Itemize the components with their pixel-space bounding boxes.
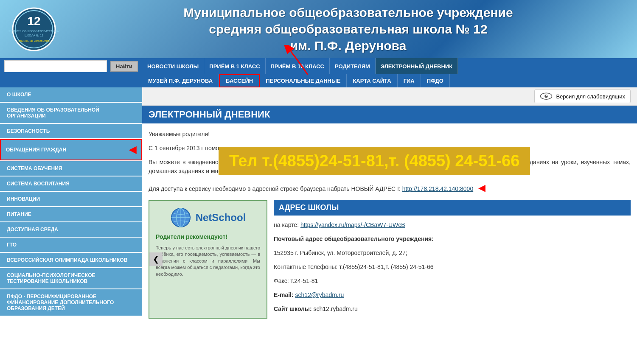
content-area: Версия для слабовидящих ЭЛЕКТРОННЫЙ ДНЕВ… (142, 87, 637, 325)
sidebar-item-psychology[interactable]: СОЦИАЛЬНО-ПСИХОЛОГИЧЕСКОЕ ТЕСТИРОВАНИЕ Ш… (0, 268, 142, 288)
sidebar-item-gto[interactable]: ГТО (0, 238, 142, 252)
site-prefix: Сайт школы: (274, 305, 314, 312)
svg-point-7 (545, 95, 548, 98)
navbar: Найти НОВОСТИ ШКОЛЫ ПРИЁМ В 1 КЛАСС ПРИЁ… (0, 58, 637, 87)
svg-text:ШКОЛА № 12: ШКОЛА № 12 (25, 34, 43, 37)
sidebar-item-olympiad[interactable]: ВСЕРОССИЙСКАЯ ОЛИМПИАДА ШКОЛЬНИКОВ (0, 253, 142, 267)
netschool-recommendation: Родители рекомендуют! (156, 232, 260, 241)
accessibility-bar: Версия для слабовидящих (142, 87, 637, 106)
nav-enrollment10[interactable]: ПРИЁМ В 10 КЛАСС (266, 58, 330, 74)
address-box-header: АДРЕС ШКОЛЫ (274, 200, 631, 216)
address-site: Сайт школы: sch12.rybadm.ru (274, 305, 631, 314)
search-input[interactable] (4, 60, 107, 72)
address-map: на карте: https://yandex.ru/maps/-/CBaW7… (274, 221, 631, 230)
content-body: Тел т.(4855)24-51-81,т. (4855) 24-51-66 … (142, 123, 637, 325)
nav-gia[interactable]: ГИА (398, 74, 421, 87)
nav-row-1: Найти НОВОСТИ ШКОЛЫ ПРИЁМ В 1 КЛАСС ПРИЁ… (0, 58, 637, 74)
title-line3: им. П.Ф. Дерунова (290, 39, 407, 53)
sidebar-item-study[interactable]: СИСТЕМА ОБУЧЕНИЯ (0, 161, 142, 176)
phone-overlay: Тел т.(4855)24-51-81,т. (4855) 24-51-66 (219, 147, 530, 175)
page-header: 12 СРЕДНЯЯ ОБЩЕОБРАЗОВАТЕЛЬНАЯ ШКОЛА № 1… (0, 0, 637, 58)
search-button[interactable]: Найти (110, 61, 138, 72)
main-layout: О ШКОЛЕ СВЕДЕНИЯ ОБ ОБРАЗОВАТЕЛЬНОЙ ОРГА… (0, 87, 637, 325)
sidebar: О ШКОЛЕ СВЕДЕНИЯ ОБ ОБРАЗОВАТЕЛЬНОЙ ОРГА… (0, 87, 142, 325)
sidebar-item-nutrition[interactable]: ПИТАНИЕ (0, 207, 142, 221)
arrow-left-icon: ◀ (129, 144, 136, 155)
nav-news[interactable]: НОВОСТИ ШКОЛЫ (142, 58, 204, 74)
nav-museum[interactable]: МУЗЕЙ П.Ф. ДЕРУНОВА (142, 74, 219, 87)
lower-section: ❮ NetSchool Родители рекомендуют! (149, 200, 631, 319)
map-link[interactable]: https://yandex.ru/maps/-/CBaW7-UWcB (300, 221, 405, 228)
sidebar-item-about[interactable]: О ШКОЛЕ (0, 87, 142, 102)
sidebar-item-innovation[interactable]: ИННОВАЦИИ (0, 192, 142, 206)
sidebar-item-accessible[interactable]: ДОСТУПНАЯ СРЕДА (0, 222, 142, 237)
netschool-area: ❮ NetSchool Родители рекомендуют! (149, 200, 267, 319)
arrow-right-icon: ◀ (478, 182, 485, 193)
access-text-prefix: Для доступа к сервису необходимо в адрес… (149, 185, 402, 192)
sidebar-complaints-label: ОБРАЩЕНИЯ ГРАЖДАН (6, 147, 66, 153)
svg-text:ДВИЖЕНИЕ И РАЗВИТИЕ: ДВИЖЕНИЕ И РАЗВИТИЕ (18, 40, 50, 42)
address-box: АДРЕС ШКОЛЫ на карте: https://yandex.ru/… (274, 200, 631, 319)
netschool-logo: NetSchool (196, 212, 246, 224)
svg-point-8 (546, 95, 547, 96)
nav-links-row1: НОВОСТИ ШКОЛЫ ПРИЁМ В 1 КЛАСС ПРИЁМ В 10… (142, 58, 637, 74)
sidebar-item-info[interactable]: СВЕДЕНИЯ ОБ ОБРАЗОВАТЕЛЬНОЙ ОРГАНИЗАЦИИ (0, 103, 142, 123)
address-email: E-mail: sch12@rybadm.ru (274, 291, 631, 300)
netschool-review-text: Теперь у нас есть электронный дневник на… (156, 245, 260, 277)
email-link[interactable]: sch12@rybadm.ru (295, 291, 344, 298)
netschool-globe-icon (170, 207, 191, 228)
address-postal-label: Почтовый адрес общеобразовательного учре… (274, 235, 631, 244)
address-link[interactable]: http://178.218.42.140:8000 (402, 185, 473, 192)
nav-pool[interactable]: БАССЕЙН (219, 74, 260, 87)
map-prefix: на карте: (274, 221, 300, 228)
carousel-prev-button[interactable]: ❮ (149, 252, 163, 266)
para-access: Для доступа к сервису необходимо в адрес… (149, 181, 631, 195)
accessibility-button[interactable]: Версия для слабовидящих (534, 90, 631, 103)
nav-sitemap[interactable]: КАРТА САЙТА (347, 74, 397, 87)
svg-text:СРЕДНЯЯ ОБЩЕОБРАЗОВАТЕЛЬНАЯ: СРЕДНЯЯ ОБЩЕОБРАЗОВАТЕЛЬНАЯ (8, 30, 59, 33)
title-line2: средняя общеобразовательная школа № 12 (209, 22, 487, 36)
eye-icon (540, 92, 553, 101)
email-prefix: E-mail: (274, 291, 295, 298)
header-title: Муниципальное общеобразовательное учрежд… (68, 4, 629, 54)
sidebar-item-complaints[interactable]: ОБРАЩЕНИЯ ГРАЖДАН ◀ (0, 139, 142, 160)
section-title: ЭЛЕКТРОННЫЙ ДНЕВНИК (142, 106, 637, 123)
nav-ediary[interactable]: ЭЛЕКТРОННЫЙ ДНЕВНИК (376, 58, 458, 74)
title-line1: Муниципальное общеобразовательное учрежд… (183, 6, 513, 20)
sidebar-item-education[interactable]: СИСТЕМА ВОСПИТАНИЯ (0, 176, 142, 191)
nav-personal-data[interactable]: ПЕРСОНАЛЬНЫЕ ДАННЫЕ (260, 74, 347, 87)
nav-row-2: МУЗЕЙ П.Ф. ДЕРУНОВА БАССЕЙН ПЕРСОНАЛЬНЫЕ… (0, 74, 637, 87)
address-phones: Контактные телефоны: т.(4855)24-51-81,т.… (274, 263, 631, 272)
sidebar-item-pfdo[interactable]: ПФДО - ПЕРСОНИФИЦИРОВАННОЕ ФИНАНСИРОВАНИ… (0, 289, 142, 316)
school-logo: 12 СРЕДНЯЯ ОБЩЕОБРАЗОВАТЕЛЬНАЯ ШКОЛА № 1… (8, 6, 59, 53)
address-street: 152935 г. Рыбинск, ул. Моторостроителей,… (274, 249, 631, 258)
search-area: Найти (0, 58, 142, 74)
sidebar-item-safety[interactable]: БЕЗОПАСНОСТЬ (0, 124, 142, 138)
site-value: sch12.rybadm.ru (314, 305, 358, 312)
para-greeting: Уважаемые родители! (149, 130, 631, 139)
nav-pfdo[interactable]: ПФДО (421, 74, 450, 87)
svg-text:12: 12 (27, 14, 40, 28)
nav-parents[interactable]: РОДИТЕЛЯМ (330, 58, 376, 74)
accessibility-label: Версия для слабовидящих (556, 93, 625, 100)
nav-enrollment1[interactable]: ПРИЁМ В 1 КЛАСС (204, 58, 265, 74)
address-fax: Факс: т.24-51-81 (274, 277, 631, 286)
